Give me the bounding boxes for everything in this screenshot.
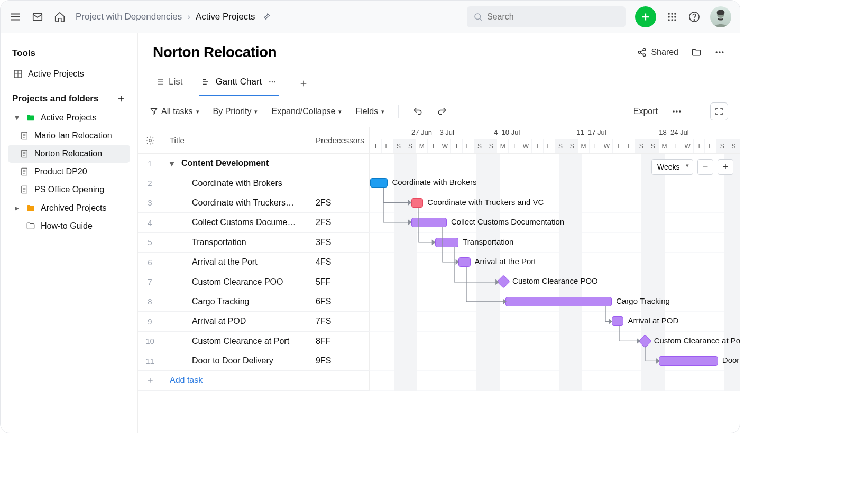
undo-icon[interactable] xyxy=(412,106,423,117)
apps-icon[interactable] xyxy=(666,11,678,23)
sidebar-item[interactable]: Norton Relocation xyxy=(8,145,130,163)
breadcrumb-parent[interactable]: Project with Dependencies xyxy=(76,12,182,22)
svg-point-25 xyxy=(269,81,270,82)
sidebar-item[interactable]: PS Office Opening xyxy=(8,181,130,199)
chevron-right-icon: › xyxy=(187,12,190,22)
avatar[interactable] xyxy=(710,6,731,27)
tab-label: Gantt Chart xyxy=(215,77,262,87)
col-predecessors[interactable]: Predecessors xyxy=(308,127,370,153)
sidebar-item[interactable]: ▾Active Projects xyxy=(8,108,130,127)
svg-point-12 xyxy=(694,19,694,20)
breadcrumb-current[interactable]: Active Projects xyxy=(196,12,255,22)
tab-label: List xyxy=(169,77,182,87)
gantt-icon xyxy=(201,77,211,87)
nav-label: Active Projects xyxy=(28,69,84,79)
search-icon xyxy=(473,12,483,22)
toolbar: All tasks ▾ By Priority▾ Expand/Collapse… xyxy=(138,96,740,127)
add-folder-icon[interactable] xyxy=(116,94,126,104)
search-field[interactable] xyxy=(487,12,619,22)
table-row[interactable]: 9Arrival at POD7FS xyxy=(138,312,370,331)
grid-icon xyxy=(13,69,23,79)
svg-point-1 xyxy=(475,14,481,20)
add-button[interactable] xyxy=(635,6,656,27)
svg-point-2 xyxy=(668,13,670,14)
svg-point-8 xyxy=(668,19,670,21)
svg-point-6 xyxy=(671,16,673,17)
tools-header: Tools xyxy=(12,48,126,59)
redo-icon[interactable] xyxy=(437,106,447,117)
table-row[interactable]: 8Cargo Tracking6FS xyxy=(138,292,370,312)
add-task-row[interactable]: Add task xyxy=(138,371,370,390)
gear-icon[interactable] xyxy=(138,127,162,153)
svg-point-19 xyxy=(643,49,646,51)
export-button[interactable]: Export xyxy=(633,107,658,116)
task-grid: Title Predecessors 1▾Content Development… xyxy=(138,127,370,433)
add-task-label: Add task xyxy=(162,371,308,390)
svg-point-30 xyxy=(679,110,681,112)
svg-point-28 xyxy=(673,110,675,112)
zoom-select[interactable]: Weeks xyxy=(651,159,693,175)
svg-point-4 xyxy=(674,13,676,14)
svg-point-9 xyxy=(671,19,673,21)
zoom-out-button[interactable]: − xyxy=(697,159,713,175)
svg-point-31 xyxy=(149,139,151,142)
fullscreen-icon[interactable] xyxy=(710,102,728,120)
home-icon[interactable] xyxy=(53,11,66,23)
gantt-bar[interactable] xyxy=(505,297,612,306)
svg-point-27 xyxy=(274,81,275,82)
shared-label: Shared xyxy=(651,48,678,57)
sidebar-item[interactable]: Product DP20 xyxy=(8,163,130,181)
pin-icon[interactable] xyxy=(260,11,273,23)
tab-more-icon[interactable] xyxy=(268,78,277,86)
shared-button[interactable]: Shared xyxy=(637,48,678,57)
svg-point-10 xyxy=(674,19,676,21)
col-title[interactable]: Title xyxy=(162,127,308,153)
folder-icon[interactable] xyxy=(691,47,702,58)
table-row[interactable]: 4Collect Customs Docume…2FS xyxy=(138,213,370,232)
gantt-bar[interactable] xyxy=(659,356,718,366)
list-icon xyxy=(155,77,164,87)
svg-point-7 xyxy=(674,16,676,17)
more-icon[interactable] xyxy=(714,47,725,58)
content: Norton Relocation Shared List xyxy=(138,33,740,433)
svg-point-26 xyxy=(272,81,273,82)
table-row[interactable]: 10Custom Clearance at Port8FF xyxy=(138,332,370,351)
table-row[interactable]: 5Transportation3FS xyxy=(138,233,370,253)
table-row[interactable]: 6Arrival at the Port4FS xyxy=(138,253,370,272)
toolbar-more-icon[interactable] xyxy=(672,106,682,117)
menu-icon[interactable] xyxy=(9,11,22,23)
svg-point-23 xyxy=(719,51,720,53)
fields-dropdown[interactable]: Fields▾ xyxy=(355,107,384,116)
table-row[interactable]: 3Coordinate with Truckers…2FS xyxy=(138,193,370,213)
search-input[interactable] xyxy=(467,6,626,27)
table-row[interactable]: 11Door to Door Delivery9FS xyxy=(138,351,370,371)
timeline[interactable]: 27 Jun – 3 Jul4–10 Jul11–17 Jul18–24 Jul… xyxy=(370,127,740,433)
sidebar-item[interactable]: Mario Ian Relocation xyxy=(8,127,130,145)
svg-point-24 xyxy=(722,51,723,53)
table-row[interactable]: 2Coordinate with Brokers xyxy=(138,173,370,193)
help-icon[interactable] xyxy=(688,11,701,23)
top-bar: Project with Dependencies › Active Proje… xyxy=(1,1,740,33)
filter-icon xyxy=(150,107,158,116)
add-tab-icon[interactable] xyxy=(299,79,308,88)
filter-all-tasks[interactable]: All tasks ▾ xyxy=(150,107,199,116)
table-row[interactable]: 7Custom Clearance POO5FF xyxy=(138,272,370,292)
projects-header: Projects and folders xyxy=(12,94,98,104)
svg-point-5 xyxy=(668,16,670,17)
expand-collapse[interactable]: Expand/Collapse▾ xyxy=(271,107,342,116)
mail-icon[interactable] xyxy=(31,11,44,23)
sort-by-priority[interactable]: By Priority▾ xyxy=(213,107,258,116)
share-icon xyxy=(637,48,647,57)
svg-point-20 xyxy=(639,51,641,54)
breadcrumb: Project with Dependencies › Active Proje… xyxy=(76,11,273,23)
sidebar-item[interactable]: How-to Guide xyxy=(8,217,130,235)
svg-point-29 xyxy=(676,110,677,112)
zoom-in-button[interactable]: + xyxy=(718,159,733,175)
table-row[interactable]: 1▾Content Development xyxy=(138,154,370,173)
sidebar-tools-active-projects[interactable]: Active Projects xyxy=(8,65,130,83)
svg-point-21 xyxy=(643,54,646,57)
tab-gantt[interactable]: Gantt Chart xyxy=(199,71,279,96)
sidebar-item[interactable]: ▸Archived Projects xyxy=(8,199,130,217)
tab-list[interactable]: List xyxy=(153,71,185,96)
page-title: Norton Relocation xyxy=(153,44,277,61)
